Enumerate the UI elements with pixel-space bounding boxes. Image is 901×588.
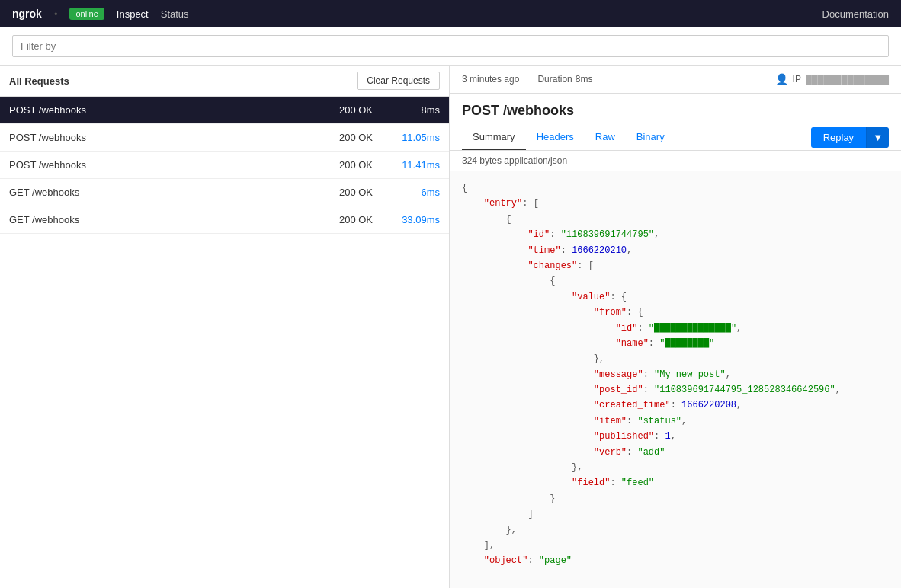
nav-status[interactable]: Status <box>161 8 189 20</box>
json-line: { <box>462 273 889 289</box>
online-badge: online <box>69 8 104 20</box>
request-time: 11.05ms <box>386 132 440 143</box>
duration-label: Duration <box>537 74 572 85</box>
brand-logo: ngrok <box>12 8 42 20</box>
ip-value: ██████████████ <box>806 75 889 84</box>
left-panel: All Requests Clear Requests POST /webhoo… <box>0 66 450 588</box>
request-method-path: GET /webhooks <box>9 187 325 198</box>
json-line: "time": 1666220210, <box>462 243 889 258</box>
json-line: "id": "110839691744795", <box>462 227 889 242</box>
request-time: 8ms <box>386 104 440 116</box>
json-line: "entry": [ <box>462 196 889 211</box>
user-icon: 👤 <box>775 73 788 85</box>
table-row[interactable]: POST /webhooks 200 OK 8ms <box>0 97 449 124</box>
json-line: "created_time": 1666220208, <box>462 398 889 413</box>
request-status: 200 OK <box>325 187 386 198</box>
json-line: "verb": "add" <box>462 445 889 460</box>
json-line: "value": { <box>462 289 889 305</box>
ip-label: IP <box>793 74 801 85</box>
json-line: "published": 1, <box>462 429 889 444</box>
content-type-bar: 324 bytes application/json <box>450 151 901 171</box>
table-row[interactable]: POST /webhooks 200 OK 11.05ms <box>0 124 449 152</box>
request-method-path: POST /webhooks <box>9 159 325 171</box>
filter-bar <box>0 27 901 66</box>
json-line: { <box>462 212 889 227</box>
request-method-path: POST /webhooks <box>9 104 325 116</box>
tabs-bar: Summary Headers Raw Binary Replay ▼ <box>450 125 901 151</box>
json-line: }, <box>462 460 889 475</box>
tab-headers[interactable]: Headers <box>526 125 585 150</box>
json-line: "post_id": "110839691744795_128528346642… <box>462 382 889 398</box>
tab-raw[interactable]: Raw <box>585 125 626 150</box>
table-row[interactable]: POST /webhooks 200 OK 11.41ms <box>0 152 449 179</box>
json-line: "field": "feed" <box>462 475 889 491</box>
nav-documentation[interactable]: Documentation <box>822 8 889 20</box>
json-line: "object": "page" <box>462 553 889 568</box>
json-line: ] <box>462 507 889 522</box>
json-line: "item": "status", <box>462 414 889 429</box>
replay-dropdown-button[interactable]: ▼ <box>866 127 889 148</box>
filter-input[interactable] <box>12 35 889 57</box>
tab-binary[interactable]: Binary <box>626 125 675 150</box>
json-line: }, <box>462 351 889 366</box>
request-status: 200 OK <box>325 104 386 116</box>
clear-requests-button[interactable]: Clear Requests <box>357 72 440 90</box>
table-row[interactable]: GET /webhooks 200 OK 33.09ms <box>0 206 449 234</box>
request-time: 11.41ms <box>386 159 440 171</box>
duration-value: 8ms <box>576 74 593 85</box>
json-line: "from": { <box>462 305 889 320</box>
request-time: 6ms <box>386 187 440 198</box>
json-line: { <box>462 181 889 196</box>
requests-list: POST /webhooks 200 OK 8ms POST /webhooks… <box>0 97 449 588</box>
nav-inspect[interactable]: Inspect <box>117 8 149 20</box>
json-line: } <box>462 491 889 507</box>
main-layout: All Requests Clear Requests POST /webhoo… <box>0 66 901 588</box>
requests-header: All Requests Clear Requests <box>0 66 449 97</box>
ip-info: 👤 IP ██████████████ <box>775 73 889 85</box>
requests-title: All Requests <box>9 75 69 87</box>
request-method-path: GET /webhooks <box>9 214 325 225</box>
request-status: 200 OK <box>325 132 386 143</box>
json-line: "id": "██████████████", <box>462 321 889 336</box>
json-line: ], <box>462 538 889 553</box>
request-status: 200 OK <box>325 159 386 171</box>
json-line: }, <box>462 522 889 538</box>
request-method-path: POST /webhooks <box>9 132 325 143</box>
detail-title: POST /webhooks <box>450 94 901 125</box>
detail-header: 3 minutes ago Duration 8ms 👤 IP ████████… <box>450 66 901 94</box>
table-row[interactable]: GET /webhooks 200 OK 6ms <box>0 179 449 206</box>
time-ago: 3 minutes ago <box>462 74 519 85</box>
navbar: ngrok • online Inspect Status Documentat… <box>0 0 901 27</box>
duration: Duration 8ms <box>537 74 592 85</box>
json-line: "message": "My new post", <box>462 367 889 382</box>
json-line: "name": "████████" <box>462 336 889 351</box>
tab-summary[interactable]: Summary <box>462 125 526 150</box>
json-line: "changes": [ <box>462 258 889 273</box>
right-panel: 3 minutes ago Duration 8ms 👤 IP ████████… <box>450 66 901 588</box>
replay-button[interactable]: Replay <box>811 127 866 148</box>
json-view: { "entry": [ { "id": "110839691744795", … <box>450 171 901 588</box>
nav-dot: • <box>54 8 58 20</box>
replay-btn-group: Replay ▼ <box>811 127 889 148</box>
request-status: 200 OK <box>325 214 386 225</box>
request-time: 33.09ms <box>386 214 440 225</box>
